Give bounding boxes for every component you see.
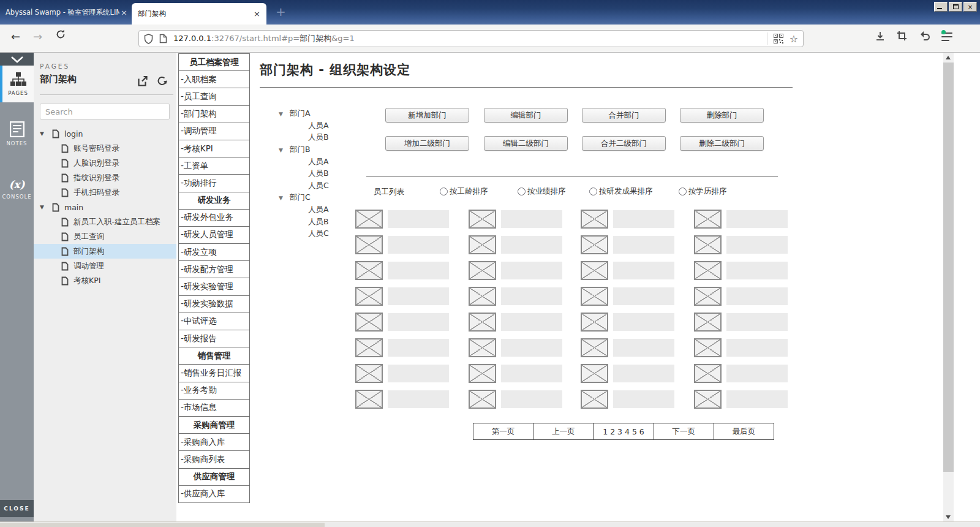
page-tree-item[interactable]: 调动管理 bbox=[34, 259, 176, 273]
export-icon[interactable] bbox=[138, 76, 148, 86]
person-node[interactable]: 人员B bbox=[279, 216, 329, 228]
page-tree-folder[interactable]: ▼login bbox=[34, 126, 176, 141]
vertical-scrollbar[interactable] bbox=[943, 53, 954, 521]
app-menu-button[interactable] bbox=[941, 32, 952, 41]
screenshot-crop-button[interactable] bbox=[897, 31, 907, 41]
menu-item[interactable]: -研发配方管理 bbox=[178, 260, 250, 278]
image-placeholder[interactable] bbox=[469, 390, 496, 409]
image-placeholder[interactable] bbox=[581, 338, 608, 357]
pagination-cell[interactable]: 上一页 bbox=[533, 423, 593, 439]
person-node[interactable]: 人员A bbox=[279, 156, 329, 168]
pagination-cell[interactable]: 最后页 bbox=[714, 423, 774, 439]
image-placeholder[interactable] bbox=[469, 210, 496, 229]
page-tree-item[interactable]: 考核KPI bbox=[34, 273, 176, 288]
image-placeholder[interactable] bbox=[469, 364, 496, 383]
menu-item[interactable]: -员工查询 bbox=[178, 88, 250, 105]
tab-close-icon[interactable]: × bbox=[121, 8, 127, 17]
image-placeholder[interactable] bbox=[581, 210, 608, 229]
image-placeholder[interactable] bbox=[355, 210, 383, 229]
page-tree-folder[interactable]: ▼main bbox=[34, 200, 176, 214]
pagination-cell[interactable]: 下一页 bbox=[654, 423, 714, 439]
caret-down-icon[interactable]: ▼ bbox=[279, 111, 290, 117]
radio-button[interactable] bbox=[440, 188, 448, 195]
person-node[interactable]: 人员A bbox=[279, 120, 329, 132]
radio-button[interactable] bbox=[679, 188, 687, 195]
menu-item[interactable]: -部门架构 bbox=[178, 105, 250, 123]
page-tree-item[interactable]: 指纹识别登录 bbox=[34, 170, 176, 185]
image-placeholder[interactable] bbox=[581, 390, 608, 409]
menu-item[interactable]: -供应商入库 bbox=[178, 485, 250, 503]
dept-action-button[interactable]: 删除部门 bbox=[680, 108, 764, 123]
dept-node[interactable]: ▼部门A bbox=[279, 108, 329, 120]
scrollbar-thumb[interactable] bbox=[943, 63, 954, 472]
horizontal-scrollbar[interactable] bbox=[0, 521, 980, 527]
downloads-button[interactable] bbox=[875, 31, 886, 42]
hscrollbar-thumb[interactable] bbox=[0, 523, 325, 527]
person-node[interactable]: 人员C bbox=[279, 228, 329, 240]
page-tree-item[interactable]: 账号密码登录 bbox=[34, 141, 176, 156]
image-placeholder[interactable] bbox=[694, 364, 722, 383]
image-placeholder[interactable] bbox=[581, 287, 608, 306]
menu-item[interactable]: -业务考勤 bbox=[178, 382, 250, 400]
caret-down-icon[interactable]: ▼ bbox=[40, 204, 48, 210]
image-placeholder[interactable] bbox=[469, 287, 496, 306]
image-placeholder[interactable] bbox=[694, 313, 722, 332]
menu-item[interactable]: -工资单 bbox=[178, 157, 250, 175]
menu-item[interactable]: -入职档案 bbox=[178, 70, 250, 88]
sort-radio-option[interactable]: 按研发成果排序 bbox=[589, 186, 653, 197]
image-placeholder[interactable] bbox=[581, 313, 608, 332]
dept-node[interactable]: ▼部门B bbox=[279, 144, 329, 156]
image-placeholder[interactable] bbox=[355, 235, 383, 254]
page-tree-item[interactable]: 员工查询 bbox=[34, 229, 176, 244]
image-placeholder[interactable] bbox=[581, 261, 608, 280]
image-placeholder[interactable] bbox=[355, 364, 383, 383]
caret-down-icon[interactable]: ▼ bbox=[279, 147, 290, 153]
rail-item-notes[interactable]: NOTES bbox=[0, 114, 34, 154]
menu-item[interactable]: -研发立项 bbox=[178, 243, 250, 261]
subdept-action-button[interactable]: 合并二级部门 bbox=[582, 136, 666, 151]
subdept-action-button[interactable]: 编辑二级部门 bbox=[484, 136, 568, 151]
pagination-cell[interactable]: 第一页 bbox=[473, 423, 533, 439]
bookmark-star-icon[interactable]: ☆ bbox=[790, 33, 798, 45]
undo-button[interactable] bbox=[919, 31, 930, 40]
page-info-icon[interactable] bbox=[159, 34, 167, 44]
close-panel-button[interactable]: CLOSE bbox=[0, 500, 34, 517]
qr-code-icon[interactable] bbox=[774, 34, 783, 44]
page-tree-item[interactable]: 人脸识别登录 bbox=[34, 156, 176, 170]
menu-item[interactable]: -考核KPI bbox=[178, 140, 250, 157]
image-placeholder[interactable] bbox=[694, 210, 722, 229]
menu-item[interactable]: -调动管理 bbox=[178, 123, 250, 140]
image-placeholder[interactable] bbox=[355, 261, 383, 280]
url-bar[interactable]: 127.0.0.1:32767/start.html#p=部门架构&g=1 ☆ bbox=[138, 30, 804, 47]
radio-button[interactable] bbox=[589, 188, 597, 195]
scroll-up-icon[interactable] bbox=[946, 56, 951, 59]
tab-close-icon[interactable]: × bbox=[254, 9, 260, 18]
sort-radio-option[interactable]: 按学历排序 bbox=[679, 186, 727, 197]
page-tree-item[interactable]: 部门架构 bbox=[34, 244, 176, 259]
person-node[interactable]: 人员B bbox=[279, 168, 329, 180]
reload-button[interactable] bbox=[55, 29, 66, 40]
search-input[interactable] bbox=[40, 104, 170, 119]
menu-item[interactable]: -销售业务日汇报 bbox=[178, 364, 250, 382]
menu-item[interactable]: -研发实验管理 bbox=[178, 278, 250, 295]
dept-action-button[interactable]: 编辑部门 bbox=[484, 108, 568, 123]
menu-item[interactable]: -采购商列表 bbox=[178, 450, 250, 468]
restore-button[interactable] bbox=[949, 2, 962, 12]
scroll-down-icon[interactable] bbox=[946, 515, 951, 519]
new-tab-button[interactable]: + bbox=[276, 4, 286, 19]
image-placeholder[interactable] bbox=[469, 313, 496, 332]
tab-department-structure[interactable]: 部门架构 × bbox=[132, 3, 266, 25]
close-window-button[interactable]: × bbox=[963, 2, 977, 12]
menu-item[interactable]: -研发人员管理 bbox=[178, 226, 250, 244]
radio-button[interactable] bbox=[518, 188, 526, 195]
image-placeholder[interactable] bbox=[355, 390, 383, 409]
image-placeholder[interactable] bbox=[355, 287, 383, 306]
menu-item[interactable]: -研发实验数据 bbox=[178, 295, 250, 313]
image-placeholder[interactable] bbox=[355, 313, 383, 332]
pagination-cell[interactable]: 1 2 3 4 5 6 bbox=[593, 423, 653, 439]
dept-action-button[interactable]: 新增加部门 bbox=[385, 108, 469, 123]
image-placeholder[interactable] bbox=[694, 261, 722, 280]
minimize-button[interactable] bbox=[934, 2, 948, 12]
menu-item[interactable]: -采购商入库 bbox=[178, 433, 250, 451]
image-placeholder[interactable] bbox=[694, 235, 722, 254]
